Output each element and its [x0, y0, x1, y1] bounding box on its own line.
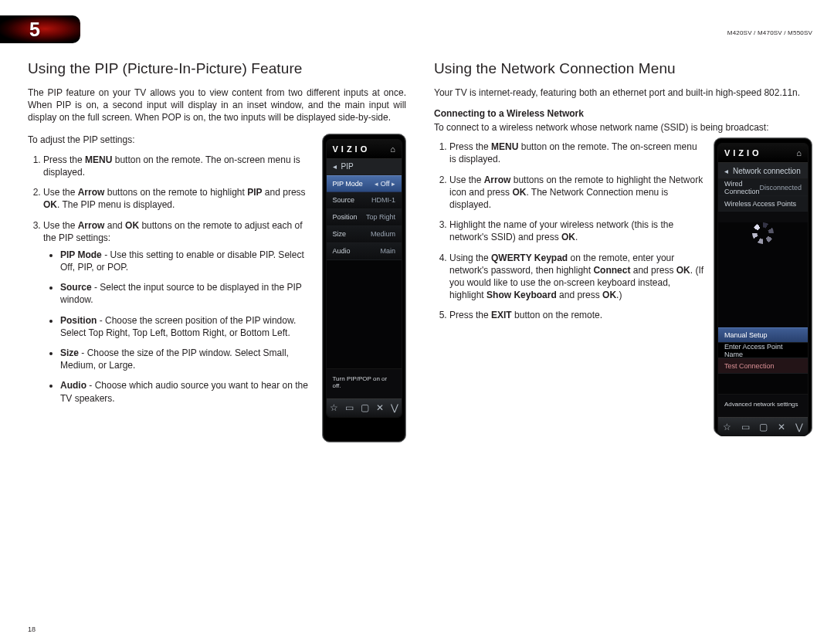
list-item: Audio - Choose which audio source you wa…: [60, 379, 311, 404]
chapter-number: 5: [29, 19, 40, 41]
left-bullets: PIP Mode - Use this setting to enable or…: [43, 249, 311, 405]
left-heading: Using the PIP (Picture-In-Picture) Featu…: [28, 60, 406, 77]
menu-row-source: SourceHDMI-1: [327, 192, 402, 209]
right-intro: Your TV is internet-ready, featuring bot…: [434, 86, 812, 99]
right-text: Press the MENU button on the remote. The…: [434, 137, 706, 329]
menu-row-pip-mode: PIP Mode ◂ Off ▸: [327, 175, 402, 192]
left-steps: Press the MENU button on the remote. The…: [28, 154, 311, 405]
model-line: M420SV / M470SV / M550SV: [727, 29, 812, 36]
left-column: Using the PIP (Picture-In-Picture) Featu…: [28, 60, 406, 442]
vizio-logo: VIZIO: [333, 144, 371, 154]
list-item: PIP Mode - Use this setting to enable or…: [60, 249, 311, 273]
x-icon: ✕: [778, 422, 785, 432]
square-icon: ▢: [361, 402, 369, 413]
hint-text: Turn PIP/POP on or off.: [327, 368, 402, 398]
list-item: Using the QWERTY Keypad on the remote, e…: [449, 252, 706, 302]
chevron-down-icon: ⋁: [795, 422, 803, 432]
empty-area: [718, 273, 808, 327]
page-number: 18: [28, 625, 36, 633]
chevron-down-icon: ⋁: [391, 402, 398, 413]
home-icon: ⌂: [796, 148, 802, 158]
star-icon: ☆: [723, 422, 731, 432]
menu-row-position: PositionTop Right: [327, 209, 402, 226]
row-wireless-ap-header: Wireless Access Points: [718, 196, 808, 212]
right-heading: Using the Network Connection Menu: [434, 60, 812, 77]
star-icon: ☆: [330, 402, 338, 413]
square-icon: ▢: [759, 422, 768, 432]
list-item: Position - Choose the screen position of…: [60, 314, 311, 339]
chapter-badge: 5: [0, 15, 80, 43]
back-icon: ◂: [724, 167, 728, 175]
right-column: Using the Network Connection Menu Your T…: [434, 60, 812, 442]
right-steps: Press the MENU button on the remote. The…: [434, 141, 706, 321]
list-item: Press the MENU button on the remote. The…: [43, 154, 311, 178]
spinner-area: [718, 222, 808, 273]
device-nav-bar: ☆ ▭ ▢ ✕ ⋁: [327, 398, 402, 417]
left-intro: The PIP feature on your TV allows you to…: [28, 86, 406, 124]
list-item: Press the MENU button on the remote. The…: [449, 141, 706, 165]
list-item: Press the EXIT button on the remote.: [449, 309, 706, 321]
network-device-screenshot: VIZIO ⌂ ◂ Network connection Wired Conne…: [714, 137, 812, 436]
back-icon: ◂: [333, 162, 337, 171]
pip-device-screenshot: VIZIO ⌂ ◂ PIP PIP Mode ◂ Off ▸ SourceHDM…: [322, 134, 407, 442]
right-subhead: Connecting to a Wireless Network: [434, 108, 812, 119]
list-item: Size - Choose the size of the PIP window…: [60, 347, 311, 371]
empty-area: [718, 374, 808, 394]
menu-row-audio: AudioMain: [327, 243, 402, 260]
row-test-connection: Test Connection: [718, 358, 808, 374]
row-manual-setup: Manual Setup: [718, 327, 808, 343]
rect-icon: ▭: [741, 422, 750, 432]
crumb-label: PIP: [341, 162, 354, 171]
list-item: Source - Select the input source to be d…: [60, 281, 311, 306]
x-icon: ✕: [376, 402, 384, 413]
device-nav-bar: ☆ ▭ ▢ ✕ ⋁: [718, 417, 808, 436]
crumb-label: Network connection: [733, 167, 801, 175]
vizio-logo: VIZIO: [724, 148, 762, 158]
list-item: Use the Arrow and OK buttons on the remo…: [43, 219, 311, 405]
rect-icon: ▭: [345, 402, 354, 413]
list-item: Highlight the name of your wireless netw…: [449, 219, 706, 243]
left-lead: To adjust the PIP settings:: [28, 134, 311, 146]
list-item: Use the Arrow buttons on the remote to h…: [449, 174, 706, 212]
menu-row-size: SizeMedium: [327, 226, 402, 243]
right-sublead: To connect to a wireless network whose n…: [434, 122, 812, 133]
list-item: Use the Arrow buttons on the remote to h…: [43, 186, 311, 211]
hint-advanced: Advanced network settings: [718, 394, 808, 417]
home-icon: ⌂: [390, 144, 395, 154]
row-wired-connection: Wired Connection Disconnected: [718, 179, 808, 196]
row-enter-ap: Enter Access Point Name: [718, 343, 808, 358]
left-text: To adjust the PIP settings: Press the ME…: [28, 134, 311, 412]
empty-area: [327, 260, 402, 368]
spinner-icon: [752, 222, 774, 244]
